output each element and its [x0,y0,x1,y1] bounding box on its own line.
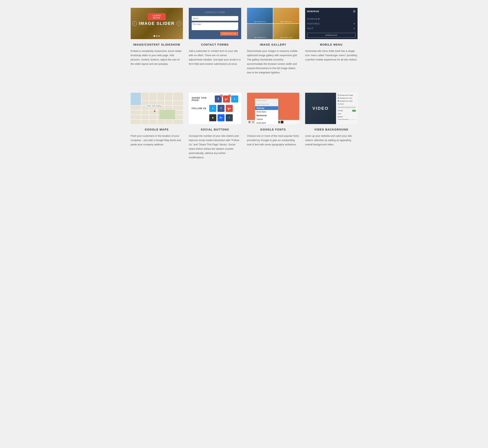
slider-dot-3[interactable] [158,35,160,37]
font-item-raleway[interactable]: Raleway [255,106,278,110]
social-icon-behance[interactable]: Be [217,114,224,121]
font-item-droid-serif[interactable]: Droid Serif [255,121,278,124]
feature-title-slider: IMAGE/CONTENT SLIDESHOW [131,43,183,46]
font-item-montserrat[interactable]: Montserrat [255,114,278,117]
contact-message-input[interactable] [192,22,238,30]
video-main: VIDEO [305,106,336,111]
vp-item-bg-image[interactable]: Background Image [338,94,356,96]
social-follow-row: FOLLOW US t f g+ [192,105,238,112]
contact-form-preview: CONTACT FORM CONTACT US [189,8,241,39]
font-tool-bold[interactable]: B [248,121,251,123]
video-title: VIDEO [312,106,328,111]
feature-title-fonts: GOOGLE FONTS [247,128,299,131]
feature-title-mobile-menu: MOBILE MENU [305,43,358,46]
gallery-cell-1[interactable]: Type caption here [247,8,273,23]
maps-preview[interactable]: Empire State Building ● [131,93,183,124]
vp-item-youtube[interactable]: YouTube [338,103,356,105]
feature-desc-social: Increase the number of your site visitor… [189,134,241,160]
feature-title-social: SOCIAL BUTTONS [189,128,241,131]
contact-form-title: CONTACT FORM [205,11,225,14]
contact-submit-button[interactable]: CONTACT US [220,32,238,36]
feature-desc-contact: Add a subscribe or contact form to your … [189,49,241,66]
vp-slider-fill [338,119,349,120]
social-icon-github[interactable]: ◆ [209,114,216,121]
mobile-menu-preview: MOBIRISE ☰ OVERVIEW FEATURES ▼ HELP ▼ DO… [305,8,358,39]
social-icon-facebook-follow[interactable]: f [217,105,224,112]
feature-desc-maps: Point your customers in the location of … [131,134,183,147]
social-follow-icons: t f g+ [209,105,233,112]
video-preview: VIDEO Background Image Background Color [305,93,358,124]
vp-item-color: Color [338,113,356,115]
font-item-ubuntu[interactable]: Ubuntu [255,117,278,121]
social-icon-facebook-share[interactable]: f 192 [215,96,222,103]
contact-name-input[interactable] [192,16,238,21]
feature-card-video: VIDEO Background Image Background Color [305,93,358,160]
mm-item-features[interactable]: FEATURES ▼ [307,22,356,26]
preview-box-social: SHARE THIS PAGE! f 192 g+ 47 t [189,93,241,124]
mm-download-button[interactable]: DOWNLOAD [307,33,356,38]
social-share-icons: f 192 g+ 47 t [215,96,238,103]
gallery-caption-1: Type caption here [247,21,273,23]
preview-box-fonts: Source-Serif... Open Sans Cot... Raleway… [247,93,299,124]
feature-card-gallery: Type caption here Type caption here Type… [247,8,299,75]
social-icon-tumblr[interactable]: t [226,114,233,121]
font-tool-italic[interactable]: I [252,121,255,123]
social-badge-facebook: 192 [220,95,223,97]
vp-radio-bg-image[interactable] [338,94,339,96]
slider-arrow-left[interactable]: ‹ [132,21,137,26]
vp-opacity-slider[interactable] [338,119,356,120]
social-badge-google: 47 [228,95,231,97]
social-extra-row: ◆ Be t [209,114,238,121]
font-item-opensans[interactable]: Open Sans Cot... [255,103,278,106]
slider-dot-2[interactable] [156,35,157,37]
preview-box-mobile-menu: MOBIRISE ☰ OVERVIEW FEATURES ▼ HELP ▼ DO… [305,8,358,39]
vp-label-bg-color: Background Color [340,97,352,99]
gallery-cell-3[interactable]: Type caption here [247,24,273,39]
social-icon-twitter-follow[interactable]: t [209,105,216,112]
font-item-source[interactable]: Source-Serif... [255,99,278,103]
mm-hamburger-icon[interactable]: ☰ [353,10,356,13]
slider-preview: ‹ IMAGE SLIDER LEARN MORE › [131,8,183,39]
fonts-dropdown[interactable]: Source-Serif... Open Sans Cot... Raleway… [255,99,278,124]
vp-item-opacity: Opacity [338,116,356,118]
mm-header: MOBIRISE ☰ [307,10,356,15]
feature-title-gallery: IMAGE GALLERY [247,43,299,46]
feature-card-mobile-menu: MOBIRISE ☰ OVERVIEW FEATURES ▼ HELP ▼ DO… [305,8,358,75]
vp-item-bg-video[interactable]: Background Video [338,100,356,102]
mm-item-overview[interactable]: OVERVIEW [307,17,356,22]
map-empire-label: Empire State Building [145,104,162,107]
feature-desc-fonts: Choose one or more of the most popular f… [247,134,299,147]
gallery-caption-3: Type caption here [247,37,273,38]
feature-title-video: VIDEO BACKGROUND [305,128,358,131]
feature-title-maps: GOOGLE MAPS [131,128,183,131]
font-item-droid-sans[interactable]: Droid Sans [255,110,278,114]
slider-dots [153,35,160,37]
mm-item-help[interactable]: HELP ▼ [307,26,356,31]
slider-learn-more[interactable]: LEARN MORE [148,13,166,20]
section-divider [131,85,358,85]
slider-arrow-right[interactable]: › [177,21,181,26]
social-icon-google-follow[interactable]: g+ [226,105,233,112]
preview-box-slider: ‹ IMAGE SLIDER LEARN MORE › [131,8,183,39]
gallery-cell-2[interactable]: Type caption here [273,8,299,23]
feature-card-fonts: Source-Serif... Open Sans Cot... Raleway… [247,93,299,160]
gallery-cell-4[interactable]: Type caption here [273,24,299,39]
vp-label-youtube: YouTube [338,103,344,105]
social-icon-twitter-share[interactable]: t [231,96,238,103]
slider-heading: IMAGE SLIDER [139,21,175,26]
social-icon-google-share[interactable]: g+ 47 [223,96,230,103]
vp-item-bg-color[interactable]: Background Color [338,97,356,99]
vp-radio-bg-video[interactable] [338,100,339,102]
preview-box-gallery: Type caption here Type caption here Type… [247,8,299,39]
map-area-green-1 [160,110,175,119]
map-area-blue-1 [131,93,141,105]
vp-url-input[interactable] [338,106,356,109]
feature-desc-gallery: Demonstrate your images in masonry mobil… [247,49,299,75]
social-share-label: SHARE THIS PAGE! [192,97,213,101]
vp-toggle-overlay[interactable] [352,110,356,112]
slider-dot-1[interactable] [153,35,155,37]
social-preview: SHARE THIS PAGE! f 192 g+ 47 t [189,93,241,124]
vp-radio-bg-color[interactable] [338,97,339,99]
feature-card-maps: Empire State Building ● GOOGLE MAPS Poin… [131,93,183,160]
vp-label-bg-video: Background Video [340,100,353,102]
